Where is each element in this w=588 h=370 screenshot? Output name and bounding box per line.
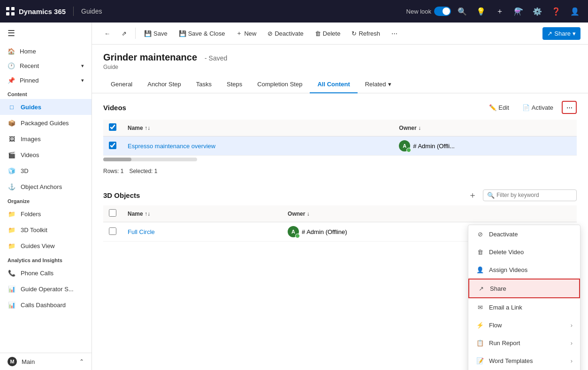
- sidebar-item-packaged-guides[interactable]: 📦 Packaged Guides: [0, 115, 92, 131]
- refresh-button[interactable]: ↻ Refresh: [347, 27, 385, 40]
- guide-operator-icon: 📊: [8, 285, 16, 293]
- row-info: Rows: 1 Selected: 1: [103, 165, 577, 177]
- guides-view-icon: 📁: [8, 242, 16, 250]
- 3d-add-button[interactable]: ＋: [466, 189, 479, 202]
- sidebar-packaged-guides-label: Packaged Guides: [21, 120, 69, 127]
- 3d-icon: 🧊: [8, 166, 16, 175]
- sidebar-item-guides[interactable]: □ Guides: [0, 99, 92, 115]
- tab-anchor-step[interactable]: Anchor Step: [140, 76, 189, 93]
- save-close-button[interactable]: 💾 Save & Close: [174, 27, 230, 40]
- videos-name-header[interactable]: Name ↑↓: [122, 120, 393, 136]
- sidebar-item-folders[interactable]: 📁 Folders: [0, 206, 92, 222]
- page-subtitle: Guide: [103, 64, 577, 70]
- 3d-select-all-checkbox[interactable]: [109, 209, 116, 217]
- videos-more-button[interactable]: ⋯: [562, 101, 577, 114]
- dropdown-deactivate[interactable]: ⊘ Deactivate: [468, 225, 580, 243]
- activate-label: Activate: [532, 104, 553, 111]
- sidebar-item-guide-operator[interactable]: 📊 Guide Operator S...: [0, 281, 92, 297]
- flow-arrow-icon: ›: [571, 322, 573, 329]
- sidebar-item-3d[interactable]: 🧊 3D: [0, 163, 92, 179]
- 3d-name-link[interactable]: Full Circle: [128, 228, 155, 235]
- three-dots-icon: ⋯: [566, 104, 573, 111]
- more-button[interactable]: ⋯: [387, 27, 402, 40]
- app-grid-button[interactable]: [6, 7, 15, 16]
- user-avatar[interactable]: 👤: [567, 4, 582, 19]
- video-name-link[interactable]: Espresso maintenance overview: [128, 143, 215, 150]
- page-header: Grinder maintenance - Saved Guide: [92, 45, 588, 70]
- new-button[interactable]: ＋ New: [231, 26, 261, 40]
- activate-button[interactable]: 📄 Activate: [518, 102, 558, 113]
- help-icon[interactable]: ❓: [549, 4, 564, 19]
- sidebar-anchors-label: Object Anchors: [21, 183, 62, 190]
- share-button[interactable]: ↗ Share ▾: [542, 27, 580, 40]
- 3d-owner-header[interactable]: Owner ↓: [282, 205, 577, 222]
- filter-icon[interactable]: ⚗️: [511, 4, 526, 19]
- forward-icon: ⇗: [122, 30, 127, 37]
- sidebar-main-item[interactable]: M Main ⌃: [0, 353, 92, 370]
- dropdown-assign-videos[interactable]: 👤 Assign Videos: [468, 261, 580, 279]
- sidebar-item-3d-toolkit[interactable]: 📁 3D Toolkit: [0, 222, 92, 238]
- dropdown-flow[interactable]: ⚡ Flow ›: [468, 316, 580, 334]
- plus-icon[interactable]: ＋: [492, 4, 507, 19]
- back-button[interactable]: ←: [99, 27, 115, 40]
- scroll-bar[interactable]: [103, 158, 577, 161]
- 3d-avatar-badge: [295, 234, 300, 238]
- module-title: Guides: [81, 8, 102, 15]
- report-arrow-icon: ›: [571, 340, 573, 347]
- video-row-checkbox[interactable]: [109, 142, 116, 149]
- delete-button[interactable]: 🗑 Delete: [310, 27, 345, 40]
- sidebar-item-guides-view[interactable]: 📁 Guides View: [0, 238, 92, 254]
- sidebar-videos-label: Videos: [21, 151, 39, 159]
- refresh-label: Refresh: [359, 30, 380, 37]
- sidebar-item-calls-dashboard[interactable]: 📊 Calls Dashboard: [0, 297, 92, 313]
- 3d-name-header[interactable]: Name ↑↓: [122, 205, 282, 222]
- edit-button[interactable]: ✏️ Edit: [484, 102, 513, 113]
- sidebar-item-object-anchors[interactable]: ⚓ Object Anchors: [0, 179, 92, 195]
- sidebar-item-phone-calls[interactable]: 📞 Phone Calls: [0, 265, 92, 281]
- filter-input[interactable]: [496, 192, 573, 198]
- share-icon: ↗: [547, 30, 552, 37]
- videos-owner-header[interactable]: Owner ↓: [393, 120, 577, 136]
- forward-button[interactable]: ⇗: [117, 27, 131, 40]
- toolbar-sep-1: [135, 28, 136, 39]
- back-icon: ←: [104, 30, 110, 37]
- tab-related[interactable]: Related ▾: [358, 76, 399, 93]
- sidebar-item-recent[interactable]: 🕐 Recent ▾: [0, 59, 92, 73]
- share-dropdown-icon: ↗: [477, 284, 485, 293]
- main-label: Main: [22, 358, 35, 365]
- refresh-icon: ↻: [351, 30, 357, 37]
- lightbulb-icon[interactable]: 💡: [473, 4, 489, 19]
- sidebar-item-pinned[interactable]: 📌 Pinned ▾: [0, 73, 92, 88]
- dropdown-email-link[interactable]: ✉ Email a Link: [468, 298, 580, 316]
- settings-icon[interactable]: ⚙️: [530, 4, 545, 19]
- email-icon: ✉: [476, 303, 484, 311]
- dropdown-delete-video[interactable]: 🗑 Delete Video: [468, 243, 580, 261]
- search-icon[interactable]: 🔍: [455, 4, 470, 19]
- sidebar-item-images[interactable]: 🖼 Images: [0, 131, 92, 147]
- hamburger-button[interactable]: ☰: [0, 23, 92, 44]
- deactivate-button[interactable]: ⊘ Deactivate: [263, 27, 308, 40]
- new-icon: ＋: [236, 29, 242, 38]
- sidebar-3d-toolkit-label: 3D Toolkit: [21, 227, 47, 234]
- save-button[interactable]: 💾 Save: [139, 27, 172, 40]
- tab-tasks[interactable]: Tasks: [189, 76, 219, 93]
- dropdown-delete-video-label: Delete Video: [489, 249, 524, 256]
- dropdown-run-report[interactable]: 📋 Run Report ›: [468, 334, 580, 352]
- tab-steps[interactable]: Steps: [219, 76, 250, 93]
- tab-general[interactable]: General: [103, 76, 140, 93]
- videos-select-all-checkbox[interactable]: [109, 123, 116, 131]
- dropdown-share[interactable]: ↗ Share: [468, 279, 580, 298]
- organize-section-label: Organize: [0, 195, 92, 206]
- new-look-toggle-group: New look: [406, 7, 451, 16]
- tab-completion-step[interactable]: Completion Step: [250, 76, 310, 93]
- 3d-row-checkbox[interactable]: [109, 227, 116, 235]
- new-look-toggle[interactable]: [434, 7, 451, 16]
- tab-all-content[interactable]: All Content: [310, 76, 357, 93]
- sidebar-item-home[interactable]: 🏠 Home: [0, 44, 92, 59]
- selected-number: 1: [154, 168, 158, 174]
- share-dropdown-icon: ▾: [573, 30, 576, 37]
- dropdown-word-templates[interactable]: 📝 Word Templates ›: [468, 352, 580, 370]
- sidebar-item-videos[interactable]: 🎬 Videos: [0, 147, 92, 163]
- 3d-objects-header: 3D Objects ＋ 🔍: [103, 189, 577, 202]
- svg-rect-3: [11, 12, 15, 15]
